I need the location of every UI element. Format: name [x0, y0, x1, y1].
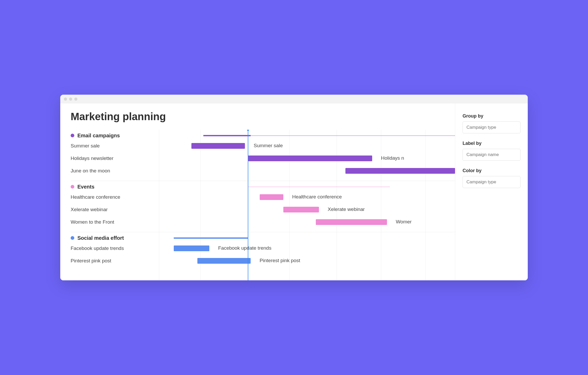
maximize-icon[interactable]: [74, 98, 77, 101]
gantt-groups: Email campaignsSummer saleSummer saleHol…: [71, 130, 455, 271]
label-by-label: Label by: [463, 141, 520, 146]
group-by-field: Group by Campaign type: [463, 113, 520, 133]
gantt-group: Email campaignsSummer saleSummer saleHol…: [71, 130, 455, 181]
group-summary-bar: [174, 237, 248, 239]
gantt-bar[interactable]: [197, 258, 251, 264]
row-label: Xelerate webinar: [71, 207, 159, 212]
group-color-dot-icon: [71, 236, 74, 240]
bar-area: Womer: [159, 216, 455, 228]
main-panel: Marketing planning Email campaignsSummer…: [60, 104, 455, 280]
row-label: Women to the Front: [71, 219, 159, 225]
gantt-bar-label: Facebook update trends: [218, 245, 271, 251]
row-label: Pinterest pink post: [71, 258, 159, 264]
group-title: Email campaigns: [77, 133, 120, 139]
window-titlebar: [60, 95, 528, 104]
group-summary-area: [159, 131, 455, 140]
group-color-dot-icon: [71, 185, 74, 189]
page-title: Marketing planning: [71, 111, 455, 122]
bar-area: Pinterest pink post: [159, 255, 455, 267]
group-title: Events: [77, 184, 95, 190]
gantt-row: Pinterest pink postPinterest pink post: [71, 255, 455, 267]
group-header[interactable]: Email campaigns: [71, 131, 455, 140]
row-label: June on the moon: [71, 168, 159, 174]
gantt-bar-label: Pinterest pink post: [260, 258, 300, 263]
group-header[interactable]: Events: [71, 183, 455, 191]
bar-area: [159, 165, 455, 177]
gantt-group: EventsHealthcare conferenceHealthcare co…: [71, 181, 455, 232]
gantt-bar[interactable]: [174, 245, 209, 251]
row-label: Summer sale: [71, 143, 159, 149]
gantt-row: Summer saleSummer sale: [71, 140, 455, 152]
row-label: Facebook update trends: [71, 245, 159, 251]
group-summary-trail: [251, 135, 455, 136]
gantt-row: Women to the FrontWomer: [71, 216, 455, 228]
gantt-bar-label: Holidays n: [381, 155, 404, 161]
label-by-field: Label by Campaign name: [463, 141, 520, 161]
close-icon[interactable]: [64, 98, 67, 101]
color-by-select[interactable]: Campaign type: [463, 176, 520, 188]
gantt-bar-label: Healthcare conference: [292, 194, 342, 200]
gantt-bar-label: Womer: [396, 219, 412, 225]
gantt-chart: Email campaignsSummer saleSummer saleHol…: [71, 130, 455, 280]
label-by-select[interactable]: Campaign name: [463, 149, 520, 161]
group-summary-bar: [203, 135, 251, 136]
gantt-bar-label: Summer sale: [254, 143, 283, 148]
row-label: Healthcare conference: [71, 194, 159, 200]
gantt-bar[interactable]: [316, 219, 387, 225]
bar-area: Holidays n: [159, 152, 455, 165]
row-label: Holidays newsletter: [71, 156, 159, 161]
gantt-row: Holidays newsletterHolidays n: [71, 152, 455, 165]
minimize-icon[interactable]: [69, 98, 72, 101]
gantt-row: Facebook update trendsFacebook update tr…: [71, 242, 455, 255]
group-summary-area: [159, 183, 455, 191]
bar-area: Healthcare conference: [159, 191, 455, 203]
gantt-bar[interactable]: [283, 207, 319, 212]
gantt-bar[interactable]: [345, 168, 455, 174]
gantt-row: Xelerate webinarXelerate webinar: [71, 203, 455, 216]
bar-area: Summer sale: [159, 140, 455, 152]
color-by-field: Color by Campaign type: [463, 168, 520, 188]
gantt-bar[interactable]: [260, 194, 283, 200]
gantt-row: June on the moon: [71, 165, 455, 177]
gantt-bar-label: Xelerate webinar: [328, 206, 365, 212]
sidebar: Group by Campaign type Label by Campaign…: [455, 104, 528, 280]
color-by-label: Color by: [463, 168, 520, 173]
group-by-select[interactable]: Campaign type: [463, 121, 520, 133]
app-window: Marketing planning Email campaignsSummer…: [60, 95, 528, 280]
gantt-bar[interactable]: [248, 156, 372, 161]
bar-area: Xelerate webinar: [159, 203, 455, 216]
group-title: Social media effort: [77, 235, 124, 241]
gantt-group: Social media effortFacebook update trend…: [71, 232, 455, 271]
group-summary-bar: [248, 186, 390, 187]
gantt-row: Healthcare conferenceHealthcare conferen…: [71, 191, 455, 203]
group-header[interactable]: Social media effort: [71, 234, 455, 242]
window-body: Marketing planning Email campaignsSummer…: [60, 104, 528, 280]
gantt-bar[interactable]: [191, 143, 245, 149]
group-summary-area: [159, 234, 455, 242]
group-color-dot-icon: [71, 134, 74, 137]
group-by-label: Group by: [463, 113, 520, 119]
bar-area: Facebook update trends: [159, 242, 455, 255]
